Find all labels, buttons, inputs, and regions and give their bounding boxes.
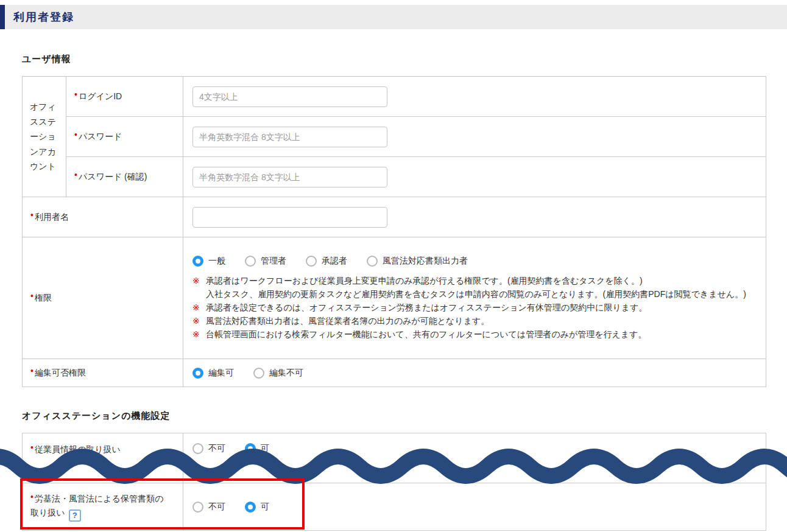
employee-info-radio-group: 不可 可 (192, 443, 757, 454)
radio-option-label: 管理者 (261, 256, 286, 267)
storage-documents-label: 労基法・風営法による保管書類の取り扱い (30, 494, 163, 517)
radio-option-not-allowed[interactable]: 不可 (192, 502, 225, 513)
radio-option-label: 風営法対応書類出力者 (383, 256, 468, 267)
section-heading-user-info: ユーザ情報 (22, 54, 766, 65)
note-line: ※ 承認者を設定できるのは、オフィスステーション労務またはオフィスステーション有… (192, 301, 757, 314)
radio-option-allowed[interactable]: 可 (245, 443, 269, 454)
radio-unselected-icon (306, 256, 317, 267)
user-name-value-cell (183, 197, 766, 237)
permission-radio-group: 一般 管理者 承認者 風営法対応書類出力者 (192, 256, 757, 267)
help-icon[interactable]: ? (69, 509, 81, 522)
table-row-edit-permission: •編集可否権限 編集可 編集不可 (23, 359, 766, 387)
table-row-password: •パスワード (23, 117, 766, 157)
note-line: 入社タスク、雇用契約の更新タスクなど雇用契約書を含むタスクは申請内容の閲覧のみ可… (192, 287, 757, 301)
permission-label-cell: •権限 (23, 237, 183, 359)
table-row-employee-info: •従業員情報の取り扱い 不可 可 (23, 433, 766, 483)
edit-permission-value-cell: 編集可 編集不可 (183, 359, 766, 387)
note-marker: ※ (192, 274, 206, 287)
page-header: 利用者登録 (0, 5, 787, 29)
password-confirm-input[interactable] (192, 167, 387, 187)
required-marker: • (30, 443, 34, 452)
permission-notes: ※ 承認者はワークフローおよび従業員身上変更申請のみ承認が行える権限です。(雇用… (192, 274, 757, 341)
permission-value-cell: 一般 管理者 承認者 風営法対応書類出力者 (183, 237, 766, 359)
user-name-label: 利用者名 (35, 212, 69, 222)
note-text: 入社タスク、雇用契約の更新タスクなど雇用契約書を含むタスクは申請内容の閲覧のみ可… (206, 287, 746, 301)
user-name-input[interactable] (192, 207, 387, 228)
radio-option-general[interactable]: 一般 (192, 256, 225, 267)
password-confirm-label: パスワード (確認) (79, 172, 147, 181)
note-text: 承認者を設定できるのは、オフィスステーション労務またはオフィスステーション有休管… (206, 301, 648, 314)
radio-selected-icon (192, 256, 203, 267)
radio-option-not-editable[interactable]: 編集不可 (253, 368, 303, 379)
radio-option-not-allowed[interactable]: 不可 (192, 443, 225, 454)
required-marker: • (30, 211, 34, 219)
note-text: 承認者はワークフローおよび従業員身上変更申請のみ承認が行える権限です。(雇用契約… (206, 274, 643, 287)
radio-option-label: 編集可 (208, 368, 234, 379)
employee-info-value-cell: 不可 可 (183, 433, 766, 483)
note-marker: ※ (192, 301, 206, 314)
radio-option-editable[interactable]: 編集可 (192, 368, 234, 379)
radio-option-label: 可 (261, 502, 269, 513)
radio-option-admin[interactable]: 管理者 (245, 256, 286, 267)
table-row-login-id: オフィスステーションアカウント •ログインID (23, 77, 766, 117)
radio-option-label: 可 (261, 443, 269, 454)
required-marker: • (74, 130, 77, 139)
table-row-password-confirm: •パスワード (確認) (23, 157, 766, 197)
employee-info-label-cell: •従業員情報の取り扱い (23, 433, 183, 483)
content-area: ユーザ情報 オフィスステーションアカウント •ログインID •パスワード (0, 54, 787, 531)
page-title: 利用者登録 (13, 5, 74, 29)
storage-documents-radio-group: 不可 可 (192, 502, 757, 513)
radio-selected-icon (245, 443, 256, 454)
note-marker: ※ (192, 327, 206, 341)
user-name-label-cell: •利用者名 (23, 197, 183, 237)
required-marker: • (30, 366, 34, 375)
login-id-input[interactable] (192, 86, 387, 107)
radio-unselected-icon (245, 256, 256, 267)
login-id-label-cell: •ログインID (66, 77, 183, 117)
password-label-cell: •パスワード (66, 117, 183, 157)
employee-info-label: 従業員情報の取り扱い (35, 444, 121, 454)
radio-unselected-icon (367, 256, 378, 267)
account-group-label: オフィスステーションアカウント (30, 102, 56, 171)
radio-option-label: 不可 (208, 502, 225, 513)
section-heading-function-settings: オフィスステーションの機能設定 (22, 410, 766, 422)
note-line: ※ 風営法対応書類出力者は、風営従業者名簿の出力のみが可能となります。 (192, 314, 757, 327)
password-confirm-label-cell: •パスワード (確認) (66, 157, 183, 197)
note-text: 台帳管理画面における検索フィルター機能において、共有のフィルターについては管理者… (206, 327, 647, 341)
password-confirm-value-cell (183, 157, 766, 197)
password-input[interactable] (192, 127, 387, 147)
user-registration-page: 利用者登録 ユーザ情報 オフィスステーションアカウント •ログインID •パスワ… (0, 0, 787, 532)
storage-documents-label-wrap: •労基法・風営法による保管書類の取り扱い? (30, 492, 166, 522)
radio-option-label: 編集不可 (269, 368, 303, 379)
user-info-table: オフィスステーションアカウント •ログインID •パスワード (22, 76, 766, 387)
account-group-cell: オフィスステーションアカウント (23, 77, 66, 197)
radio-option-label: 承認者 (322, 256, 347, 267)
storage-documents-value-cell: 不可 可 (183, 483, 766, 531)
radio-selected-icon (192, 368, 203, 379)
table-row-storage-documents: •労基法・風営法による保管書類の取り扱い? 不可 可 (23, 483, 766, 531)
edit-permission-label: 編集可否権限 (35, 368, 86, 377)
login-id-value-cell (183, 77, 766, 117)
edit-permission-radio-group: 編集可 編集不可 (192, 368, 757, 379)
function-settings-table: •従業員情報の取り扱い 不可 可 (22, 433, 766, 531)
storage-documents-label-cell: •労基法・風営法による保管書類の取り扱い? (23, 483, 183, 531)
required-marker: • (74, 90, 77, 99)
radio-option-allowed[interactable]: 可 (245, 502, 269, 513)
password-value-cell (183, 117, 766, 157)
radio-unselected-icon (192, 443, 203, 454)
radio-option-label: 一般 (208, 256, 225, 267)
password-label: パスワード (79, 131, 122, 141)
table-row-permission: •権限 一般 管理者 承認者 (23, 237, 766, 359)
required-marker: • (30, 492, 34, 501)
radio-option-label: 不可 (208, 443, 225, 454)
radio-option-fueiho-output[interactable]: 風営法対応書類出力者 (367, 256, 468, 267)
table-row-user-name: •利用者名 (23, 197, 766, 237)
note-marker: ※ (192, 314, 206, 327)
radio-option-approver[interactable]: 承認者 (306, 256, 347, 267)
required-marker: • (30, 292, 34, 300)
radio-unselected-icon (253, 368, 264, 379)
header-accent-bar (0, 5, 5, 29)
login-id-label: ログインID (79, 91, 122, 101)
note-marker (192, 287, 206, 301)
radio-unselected-icon (192, 502, 203, 513)
